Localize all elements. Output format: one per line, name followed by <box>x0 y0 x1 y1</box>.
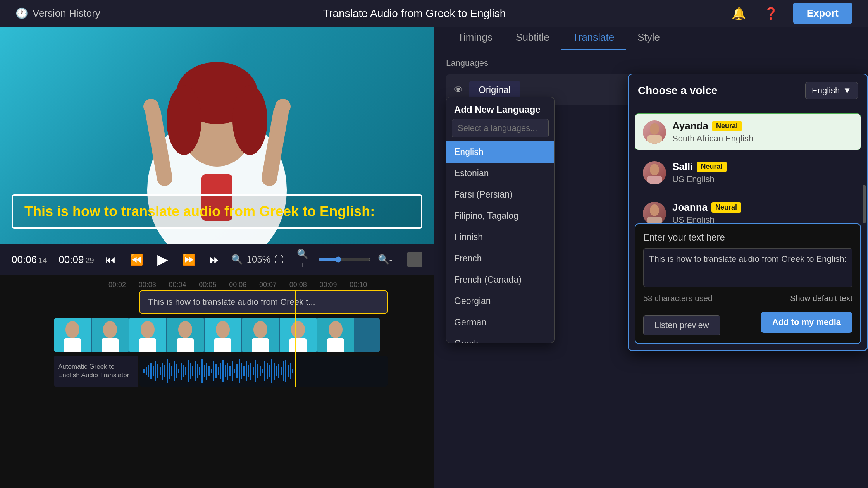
fast-forward-button[interactable]: ⏩ <box>179 250 199 269</box>
timeline-tracks: This is how to translate audio from Gree… <box>0 290 434 387</box>
lang-option-french[interactable]: French <box>446 248 554 269</box>
lang-option-greek[interactable]: Greek <box>446 333 554 343</box>
svg-rect-67 <box>220 363 221 379</box>
audio-waveform <box>140 356 380 387</box>
voice-item-joanna[interactable]: Joanna Neural US English <box>635 195 861 223</box>
playhead[interactable] <box>294 290 296 387</box>
svg-rect-95 <box>285 360 286 382</box>
voice-avatar-ayanda <box>643 120 666 144</box>
voice-item-ayanda[interactable]: Ayanda Neural South African English <box>635 113 861 150</box>
svg-rect-82 <box>255 360 256 382</box>
skip-to-start-button[interactable]: ⏮ <box>102 250 119 269</box>
svg-point-104 <box>650 204 659 216</box>
version-history[interactable]: 🕐 Version History <box>16 7 100 19</box>
fullscreen-icon[interactable]: ⛶ <box>274 254 284 265</box>
subtitle-track[interactable]: This is how to translate audio from Gree… <box>140 290 388 314</box>
total-time: 00:09 29 <box>59 254 94 266</box>
svg-point-7 <box>143 99 159 114</box>
lang-option-english[interactable]: English <box>446 141 554 163</box>
lang-option-estonian[interactable]: Estonian <box>446 163 554 184</box>
eye-icon[interactable]: 👁 <box>454 84 463 95</box>
text-input[interactable]: This is how to translate audio from Gree… <box>643 248 852 287</box>
neural-badge-salli: Neural <box>697 162 726 172</box>
svg-point-26 <box>253 321 267 338</box>
lang-option-georgian[interactable]: Georgian <box>446 290 554 312</box>
rewind-button[interactable]: ⏪ <box>127 250 146 269</box>
subtitle-text: This is how to translate audio from Gree… <box>24 203 410 220</box>
svg-rect-88 <box>269 365 270 377</box>
zoom-in-icon[interactable]: 🔍+ <box>291 246 314 273</box>
svg-rect-44 <box>167 359 168 383</box>
svg-rect-76 <box>241 363 242 379</box>
svg-rect-18 <box>139 338 156 352</box>
ruler-mark: 00:09 <box>319 281 350 289</box>
video-thumb-6 <box>242 318 279 352</box>
lang-option-filipino[interactable]: Filipino, Tagalog <box>446 205 554 227</box>
language-selector-dropdown[interactable]: English ▼ <box>805 82 858 99</box>
svg-point-4 <box>167 85 202 155</box>
show-default-text-button[interactable]: Show default text <box>790 294 852 303</box>
color-swatch <box>407 252 422 267</box>
voice-item-salli[interactable]: Salli Neural US English <box>635 154 861 191</box>
svg-rect-47 <box>174 361 175 381</box>
voice-panel-scrollbar[interactable] <box>863 185 866 223</box>
svg-rect-36 <box>148 365 149 377</box>
svg-rect-57 <box>197 364 198 378</box>
language-list: English Estonian Farsi (Persian) Filipin… <box>446 141 554 343</box>
svg-rect-97 <box>290 363 291 379</box>
topbar-actions: 🔔 ❓ Export <box>728 3 852 24</box>
svg-rect-30 <box>289 338 307 352</box>
text-panel-label: Enter your text here <box>643 232 852 243</box>
svg-rect-21 <box>177 338 194 352</box>
voice-panel-header: Choose a voice English ▼ <box>629 74 867 107</box>
video-thumb-2 <box>92 318 129 352</box>
svg-point-5 <box>232 85 267 155</box>
tab-bar: Timings Subtitle Translate Style <box>434 27 868 50</box>
svg-rect-54 <box>190 363 191 379</box>
zoom-out-btn[interactable]: 🔍- <box>375 251 396 268</box>
voice-sub-ayanda: South African English <box>672 134 853 144</box>
skip-to-end-button[interactable]: ⏭ <box>207 250 224 269</box>
svg-rect-93 <box>281 367 282 375</box>
current-time: 00:06 14 <box>12 254 47 266</box>
svg-rect-43 <box>164 365 165 377</box>
right-panel: Timings Subtitle Translate Style Languag… <box>434 27 868 488</box>
controls-bar: 00:06 14 00:09 29 ⏮ ⏪ ▶ ⏩ ⏭ 🔍 105% ⛶ 🔍+ … <box>0 244 434 275</box>
zoom-slider[interactable] <box>318 256 371 263</box>
help-button[interactable]: ❓ <box>761 3 781 23</box>
svg-rect-42 <box>162 363 163 380</box>
svg-rect-105 <box>647 217 662 224</box>
languages-label: Languages <box>446 58 856 68</box>
svg-rect-27 <box>252 338 269 352</box>
language-search-input[interactable] <box>452 119 549 137</box>
lang-option-german[interactable]: German <box>446 312 554 333</box>
svg-rect-63 <box>211 369 212 373</box>
export-button[interactable]: Export <box>793 3 852 24</box>
svg-rect-98 <box>292 369 293 373</box>
audio-track-label: Automatic Greek to English Audio Transla… <box>54 356 138 387</box>
timeline-ruler: 00:02 00:03 00:04 00:05 00:06 00:07 00:0… <box>0 279 434 290</box>
svg-point-9 <box>275 99 291 114</box>
lang-option-farsi[interactable]: Farsi (Persian) <box>446 184 554 205</box>
svg-rect-62 <box>208 366 210 376</box>
lang-option-french-canada[interactable]: French (Canada) <box>446 269 554 290</box>
tab-style[interactable]: Style <box>626 26 672 50</box>
tab-translate[interactable]: Translate <box>561 26 626 50</box>
play-button[interactable]: ▶ <box>154 248 171 271</box>
notification-bell[interactable]: 🔔 <box>728 3 749 23</box>
svg-rect-69 <box>225 365 226 377</box>
add-to-media-button[interactable]: Add to my media <box>761 312 852 333</box>
ruler-mark: 00:05 <box>199 281 229 289</box>
text-panel: Enter your text here This is how to tran… <box>635 223 861 344</box>
tab-subtitle[interactable]: Subtitle <box>504 26 561 50</box>
svg-rect-86 <box>264 361 265 381</box>
lang-option-finnish[interactable]: Finnish <box>446 227 554 248</box>
svg-rect-41 <box>160 367 161 375</box>
listen-preview-button[interactable]: Listen preview <box>643 315 720 335</box>
svg-rect-75 <box>239 359 240 383</box>
svg-rect-49 <box>178 369 179 373</box>
svg-point-20 <box>178 321 192 338</box>
tab-timings[interactable]: Timings <box>446 26 504 50</box>
video-thumb-8 <box>317 318 354 352</box>
subtitle-overlay: This is how to translate audio from Gree… <box>12 194 422 229</box>
